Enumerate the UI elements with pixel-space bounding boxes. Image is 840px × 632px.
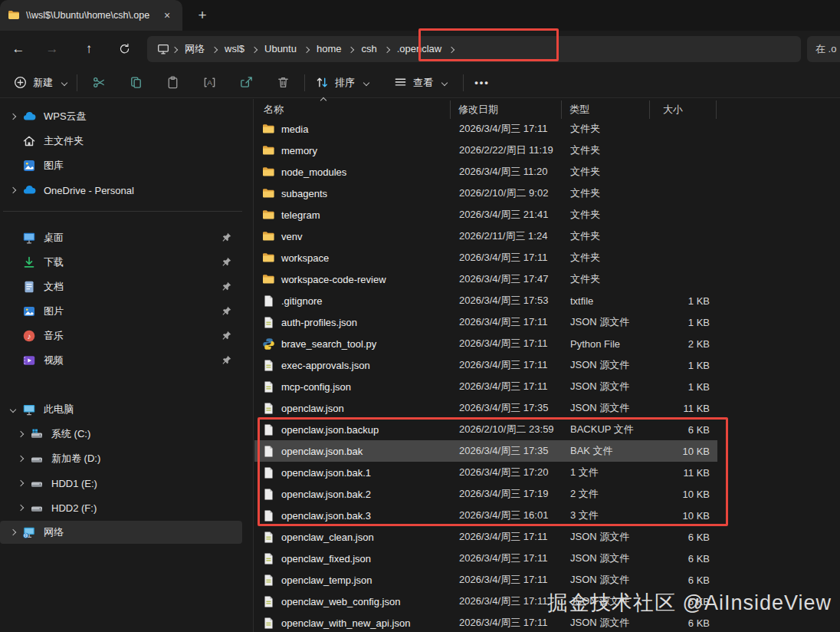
chevron-down-icon[interactable] [10,407,16,413]
new-tab-button[interactable]: + [192,5,213,27]
breadcrumb-item-wsl$[interactable]: wsl$ [218,40,251,58]
file-name: openclaw.json.bak.2 [281,489,371,500]
file-row-openclaw.json.backup[interactable]: openclaw.json.backup2026/2/10/周二 23:59BA… [254,419,717,440]
sidebar-item--[interactable]: 此电脑 [0,398,242,421]
paste-button[interactable] [154,70,191,96]
search-input[interactable]: 在 .o [807,36,840,62]
file-size: 2 KB [651,338,717,350]
file-row-exec-approvals.json[interactable]: exec-approvals.json2026/3/4/周三 17:11JSON… [254,354,717,376]
file-date: 2026/3/4/周三 17:20 [451,466,563,479]
column-header-size[interactable]: 大小 [650,100,717,119]
file-row-telegram[interactable]: telegram2026/3/4/周三 21:41文件夹 [254,204,717,225]
file-type: JSON 源文件 [563,530,651,544]
up-button[interactable]: ↑ [75,36,103,62]
sort-button[interactable]: 排序 [308,70,376,96]
chevron-right-icon[interactable] [10,187,16,193]
file-row-workspace-code-review[interactable]: workspace-code-review2026/3/4/周三 17:47文件… [254,268,717,290]
breadcrumb-item--[interactable]: 网络 [178,40,212,58]
toolbar-divider [463,74,464,91]
chevron-right-icon[interactable] [18,480,24,486]
breadcrumb-item-csh[interactable]: csh [354,40,383,58]
sidebar-item-HDD1-E-[interactable]: HDD1 (E:) [8,472,242,495]
file-row-node_modules[interactable]: node_modules2026/3/4/周三 11:20文件夹 [254,161,717,183]
folder-icon [8,9,20,21]
forward-button[interactable]: → [38,36,66,62]
view-button[interactable]: 查看 [386,70,454,96]
explorer-tab[interactable]: \\wsl$\Ubuntu\home\csh\.ope × [0,0,182,31]
delete-button[interactable] [264,70,301,96]
chevron-right-icon[interactable] [18,431,24,437]
sidebar-item--[interactable]: 主文件夹 [0,130,242,153]
column-header-date[interactable]: 修改日期 [451,100,562,119]
file-size: 1 KB [651,317,717,328]
chevron-right-icon[interactable] [18,505,24,511]
refresh-button[interactable] [110,36,138,62]
file-name: openclaw_with_new_api.json [281,617,410,629]
sidebar-item--[interactable]: 下载 [0,251,242,274]
sidebar-item-HDD2-F-[interactable]: HDD2 (F:) [8,496,242,519]
file-row-venv[interactable]: venv2026/2/11/周三 1:24文件夹 [254,225,717,247]
document-icon [21,279,37,295]
file-row-.gitignore[interactable]: .gitignore2026/3/4/周三 17:53txtfile1 KB [254,290,717,311]
chevron-right-icon[interactable] [10,529,16,535]
sidebar-item--D-[interactable]: 新加卷 (D:) [8,447,242,470]
file-row-media[interactable]: media2026/3/4/周三 17:11文件夹 [254,118,717,140]
more-options-button[interactable]: ••• [467,70,497,96]
sidebar-item--[interactable]: 图片 [0,300,242,323]
back-button[interactable]: ← [5,36,32,62]
file-row-openclaw.json.bak.3[interactable]: openclaw.json.bak.32026/3/4/周三 16:013 文件… [254,505,717,526]
file-date: 2026/3/4/周三 17:35 [451,444,563,458]
address-bar[interactable]: 网络wsl$Ubuntuhomecsh.openclaw [147,36,801,62]
file-row-openclaw_fixed.json[interactable]: openclaw_fixed.json2026/3/4/周三 17:11JSON… [254,548,717,569]
file-row-openclaw_clean.json[interactable]: openclaw_clean.json2026/3/4/周三 17:11JSON… [254,526,717,548]
file-row-mcp-config.json[interactable]: mcp-config.json2026/3/4/周三 17:11JSON 源文件… [254,376,717,397]
breadcrumb-item-Ubuntu[interactable]: Ubuntu [258,40,304,58]
file-row-brave_search_tool.py[interactable]: brave_search_tool.py2026/3/4/周三 17:11Pyt… [254,333,717,354]
chevron-right-icon[interactable] [18,456,24,462]
file-row-openclaw.json.bak.1[interactable]: openclaw.json.bak.12026/3/4/周三 17:201 文件… [254,462,717,483]
file-row-subagents[interactable]: subagents2026/2/10/周二 9:02文件夹 [254,183,717,204]
file-row-workspace[interactable]: workspace2026/3/4/周三 17:11文件夹 [254,247,717,268]
sidebar-item--[interactable]: 桌面 [0,226,242,249]
breadcrumb-item-.openclaw[interactable]: .openclaw [390,40,449,58]
chevron-right-icon[interactable] [10,114,16,120]
share-button[interactable] [228,70,264,96]
tab-close-icon[interactable]: × [158,6,176,25]
sidebar-item--[interactable]: 视频 [0,349,242,372]
json-icon [262,359,275,372]
chevron-down-icon [363,79,369,85]
sidebar-item--[interactable]: 图库 [0,154,242,177]
this-pc-icon [156,42,170,56]
breadcrumb-item-home[interactable]: home [310,40,349,58]
file-row-openclaw_with_new_api.json[interactable]: openclaw_with_new_api.json2026/3/4/周三 17… [254,612,717,632]
column-header-type[interactable]: 类型 [562,100,650,119]
navigation-bar: ← → ↑ 网络wsl$Ubuntuhomecsh.openclaw 在 .o [0,31,840,67]
sidebar-item--[interactable]: 文档 [0,275,242,298]
file-row-openclaw.json[interactable]: openclaw.json2026/3/4/周三 17:35JSON 源文件11… [254,397,717,419]
column-header-name[interactable]: 名称 [254,100,451,119]
sidebar-item-label: OneDrive - Personal [44,185,134,196]
sidebar-item-WPS-[interactable]: WPS云盘 [0,105,242,128]
rename-button[interactable]: A [191,70,228,96]
file-row-auth-profiles.json[interactable]: auth-profiles.json2026/3/4/周三 17:11JSON … [254,311,717,333]
file-type: 文件夹 [563,208,651,222]
file-row-openclaw_web_config.json[interactable]: openclaw_web_config.json2026/3/4/周三 17:1… [254,591,717,612]
sidebar-item--[interactable]: 网络 [0,521,242,544]
file-type: BACKUP 文件 [563,423,651,436]
file-name-cell: mcp-config.json [254,380,451,393]
file-row-openclaw_temp.json[interactable]: openclaw_temp.json2026/3/4/周三 17:11JSON … [254,569,717,591]
breadcrumb-separator-icon [304,47,310,53]
sidebar-item-OneDrive-Personal[interactable]: OneDrive - Personal [0,179,242,202]
chevron-down-icon [61,79,67,85]
drive-icon [29,476,44,491]
file-row-memory[interactable]: memory2026/2/22/周日 11:19文件夹 [254,140,717,161]
new-button[interactable]: 新建 [6,70,74,96]
svg-text:A: A [207,78,212,87]
file-row-openclaw.json.bak[interactable]: openclaw.json.bak2026/3/4/周三 17:35BAK 文件… [254,440,717,462]
file-row-openclaw.json.bak.2[interactable]: openclaw.json.bak.22026/3/4/周三 17:192 文件… [254,483,717,505]
sidebar-item--C-[interactable]: 系统 (C:) [8,423,242,446]
folder-icon [262,187,275,200]
cut-button[interactable] [80,70,117,96]
copy-button[interactable] [117,70,154,96]
sidebar-item--[interactable]: ♪音乐 [0,324,242,347]
